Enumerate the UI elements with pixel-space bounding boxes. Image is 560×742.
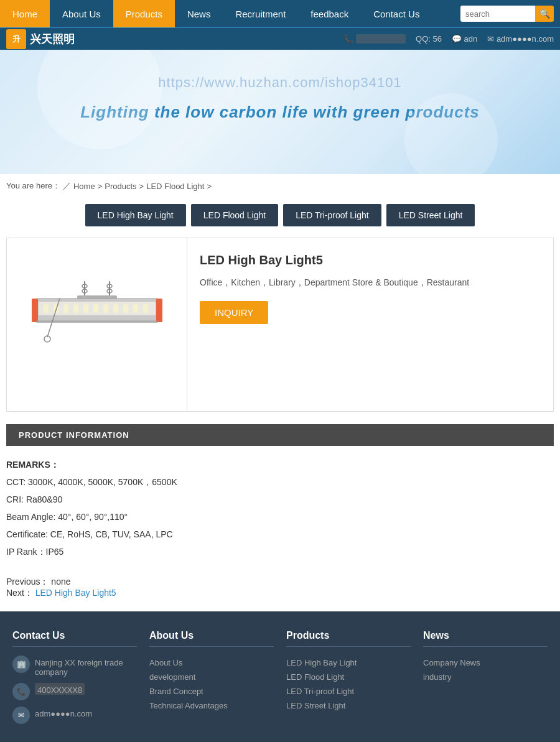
footer-product-item-2[interactable]: LED Tri-proof Light (286, 684, 411, 698)
logo-icon: 升 (6, 29, 26, 49)
svg-rect-9 (44, 304, 49, 313)
footer-news-item-0[interactable]: Company News (423, 656, 548, 670)
nav-products[interactable]: Products (113, 0, 175, 27)
product-image (22, 281, 172, 368)
footer-about-item-1[interactable]: development (149, 670, 274, 684)
footer-contact-col: Contact Us 🏢 Nanjing XX foreign trade co… (12, 630, 137, 730)
hero-banner: https://www.huzhan.com/ishop34101 Lighti… (0, 50, 560, 174)
breadcrumb: You are here： ／ Home > Products > LED Fl… (0, 174, 560, 198)
footer-product-item-0[interactable]: LED High Bay Light (286, 656, 411, 670)
svg-rect-13 (83, 304, 88, 313)
nav-about[interactable]: About Us (50, 0, 113, 27)
hero-url: https://www.huzhan.com/ishop34101 (158, 75, 401, 91)
search-button[interactable]: 🔍 (535, 6, 554, 22)
product-name: LED High Bay Light5 (200, 253, 541, 267)
svg-rect-18 (133, 304, 138, 313)
product-remarks: REMARKS： CCT: 3000K, 4000K, 5000K, 5700K… (0, 446, 560, 570)
nav-items: Home About Us Products News Recruitment … (0, 0, 460, 27)
wechat-info: 💬 adn (452, 34, 477, 44)
footer-news-title: News (423, 630, 548, 647)
breadcrumb-products[interactable]: Products (105, 182, 136, 191)
nav-news[interactable]: News (175, 0, 223, 27)
footer-phone: 400XXXXX8 (35, 683, 85, 695)
footer-contact-title: Contact Us (12, 630, 137, 647)
building-icon: 🏢 (12, 656, 30, 673)
next-product: Next： LED High Bay Light5 (6, 588, 554, 599)
product-detail: LED High Bay Light5 Office，Kitchen，Libra… (6, 238, 554, 412)
product-info-area: LED High Bay Light5 Office，Kitchen，Libra… (187, 238, 553, 411)
footer-about-item-0[interactable]: About Us (149, 656, 274, 670)
cert-info: Certificate: CE, RoHS, CB, TUV, SAA, LPC (6, 526, 554, 543)
cct-info: CCT: 3000K, 4000K, 5000K, 5700K，6500K (6, 473, 554, 491)
top-bar: 升 兴天照明 📞 400XXXXX8 QQ: 56 💬 adn ✉ adm●●●… (0, 27, 560, 50)
inquiry-button[interactable]: INQUIRY (200, 301, 268, 324)
previous-label: Previous： (6, 577, 49, 587)
tab-triproof[interactable]: LED Tri-proof Light (283, 204, 381, 226)
main-nav: Home About Us Products News Recruitment … (0, 0, 560, 27)
nav-contact[interactable]: Contact Us (361, 0, 432, 27)
next-label: Next： (6, 588, 33, 598)
product-info-section-header: PRODUCT INFORMATION (6, 424, 554, 446)
phone-icon: 📞 (12, 683, 30, 700)
svg-rect-21 (156, 299, 162, 322)
footer-about-item-2[interactable]: Brand Concept (149, 684, 274, 698)
footer-news-col: News Company News industry (423, 630, 548, 730)
svg-rect-11 (63, 304, 68, 313)
svg-rect-15 (103, 304, 108, 313)
product-info-section-title: PRODUCT INFORMATION (19, 430, 129, 440)
contact-info: 📞 400XXXXX8 QQ: 56 💬 adn ✉ adm●●●●n.com (343, 34, 554, 44)
nav-home[interactable]: Home (0, 0, 50, 27)
footer-main: Contact Us 🏢 Nanjing XX foreign trade co… (0, 611, 560, 742)
footer-email-item: ✉ adm●●●●n.com (12, 707, 137, 724)
svg-rect-17 (123, 304, 128, 313)
remarks-label: REMARKS： (6, 460, 59, 470)
nav-feedback[interactable]: feedback (298, 0, 361, 27)
tab-flood-light[interactable]: LED Flood Light (191, 204, 278, 226)
product-uses: Office，Kitchen，Library，Department Store … (200, 277, 541, 289)
ip-info: IP Rank：IP65 (6, 543, 554, 560)
product-navigation: Previous： none Next： LED High Bay Light5 (0, 570, 560, 611)
breadcrumb-icon: ／ (63, 180, 71, 192)
svg-rect-22 (36, 320, 158, 323)
hero-tagline: Lighting the low carbon life with green … (80, 103, 480, 122)
cri-info: CRI: Ra80&90 (6, 491, 554, 508)
search-area: 🔍 (460, 6, 554, 22)
logo-area: 升 兴天照明 (6, 29, 75, 49)
footer-products-list: LED High Bay Light LED Flood Light LED T… (286, 656, 411, 713)
svg-rect-14 (93, 304, 98, 313)
footer-products-title: Products (286, 630, 411, 647)
footer-product-item-1[interactable]: LED Flood Light (286, 670, 411, 684)
tab-high-bay[interactable]: LED High Bay Light (85, 204, 186, 226)
footer-product-item-3[interactable]: LED Street Light (286, 698, 411, 713)
footer-news-item-1[interactable]: industry (423, 670, 548, 684)
footer-about-col: About Us About Us development Brand Conc… (149, 630, 274, 730)
previous-val: none (51, 577, 70, 587)
beam-info: Beam Angle: 40°, 60°, 90°,110° (6, 508, 554, 526)
footer-email: adm●●●●n.com (35, 707, 92, 718)
product-tabs: LED High Bay Light LED Flood Light LED T… (0, 198, 560, 238)
tab-street-light[interactable]: LED Street Light (386, 204, 475, 226)
phone-number: 📞 400XXXXX8 (343, 34, 406, 44)
nav-recruitment[interactable]: Recruitment (223, 0, 298, 27)
breadcrumb-category[interactable]: LED Flood Light (146, 182, 204, 191)
breadcrumb-label: You are here： (6, 180, 60, 192)
footer-news-list: Company News industry (423, 656, 548, 684)
product-image-area (7, 238, 187, 411)
qq-info: QQ: 56 (416, 34, 442, 44)
next-link[interactable]: LED High Bay Light5 (35, 588, 116, 598)
previous-product: Previous： none (6, 577, 554, 588)
footer-about-list: About Us development Brand Concept Techn… (149, 656, 274, 713)
footer-phone-item: 📞 400XXXXX8 (12, 683, 137, 700)
footer-products-col: Products LED High Bay Light LED Flood Li… (286, 630, 411, 730)
svg-rect-19 (143, 304, 148, 313)
svg-rect-12 (73, 304, 78, 313)
svg-rect-16 (113, 304, 118, 313)
footer-company-name: Nanjing XX foreign trade company (35, 656, 137, 677)
footer-about-title: About Us (149, 630, 274, 647)
breadcrumb-home[interactable]: Home (73, 182, 95, 191)
footer-about-item-3[interactable]: Technical Advantages (149, 698, 274, 713)
company-name: 兴天照明 (30, 32, 75, 47)
email-info: ✉ adm●●●●n.com (487, 34, 554, 44)
svg-rect-20 (32, 299, 38, 322)
search-input[interactable] (460, 6, 535, 22)
